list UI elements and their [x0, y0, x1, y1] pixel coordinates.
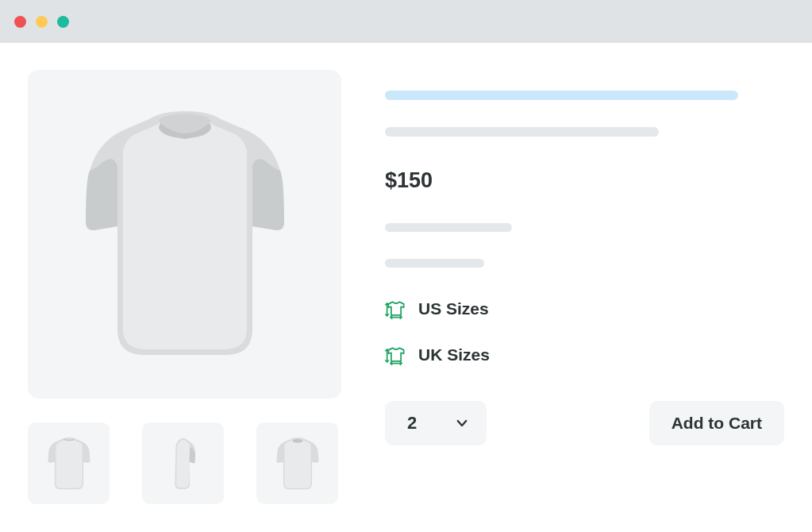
tshirt-back-icon [47, 437, 91, 491]
us-sizes-option[interactable]: US Sizes [385, 298, 784, 320]
purchase-actions: 2 Add to Cart [385, 401, 784, 445]
placeholder-desc-1 [385, 223, 512, 232]
minimize-traffic-light[interactable] [36, 16, 48, 28]
product-page: $150 US Sizes [0, 43, 812, 504]
placeholder-desc-2 [385, 259, 484, 268]
svg-point-1 [292, 438, 302, 442]
tshirt-front-icon [82, 107, 288, 361]
close-traffic-light[interactable] [14, 16, 26, 28]
product-gallery [28, 70, 341, 504]
thumbnail-side[interactable] [142, 422, 224, 504]
uk-sizes-option[interactable]: UK Sizes [385, 344, 784, 366]
uk-sizes-label: UK Sizes [418, 345, 490, 364]
size-tshirt-icon [385, 298, 407, 320]
product-details: $150 US Sizes [385, 70, 784, 504]
product-price: $150 [385, 168, 784, 193]
size-tshirt-icon [385, 344, 407, 366]
add-to-cart-button[interactable]: Add to Cart [649, 401, 784, 445]
quantity-selector[interactable]: 2 [385, 401, 487, 445]
product-thumbnails [28, 422, 341, 504]
chevron-down-icon [455, 416, 469, 430]
tshirt-side-icon [161, 437, 206, 491]
placeholder-title [385, 91, 738, 100]
tshirt-front-small-icon [275, 437, 320, 491]
us-sizes-label: US Sizes [418, 299, 489, 318]
thumbnail-back[interactable] [28, 422, 110, 504]
zoom-traffic-light[interactable] [57, 16, 69, 28]
product-main-image[interactable] [28, 70, 341, 399]
placeholder-subtitle [385, 127, 659, 137]
thumbnail-front[interactable] [256, 422, 338, 504]
quantity-value: 2 [407, 413, 417, 434]
window-titlebar [0, 0, 812, 43]
